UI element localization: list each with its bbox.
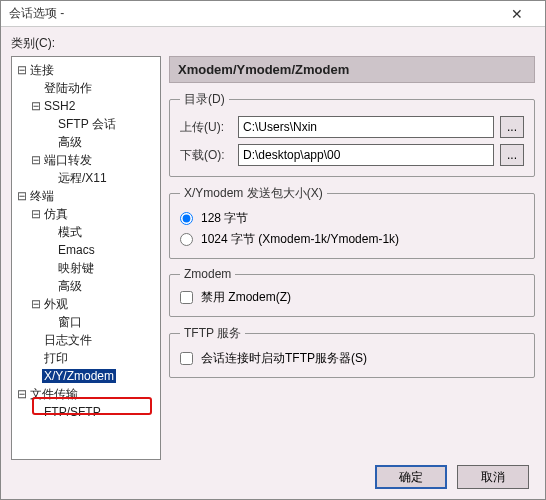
download-label: 下载(O):: [180, 147, 232, 164]
download-path-input[interactable]: [238, 144, 494, 166]
tree-item-filetransfer[interactable]: 文件传输: [28, 387, 80, 401]
tree-item-portfwd[interactable]: 端口转发: [42, 153, 94, 167]
checkbox-tftp-startup[interactable]: 会话连接时启动TFTP服务器(S): [180, 350, 524, 367]
tree-item-terminal[interactable]: 终端: [28, 189, 56, 203]
expander-icon[interactable]: ⊟: [16, 385, 28, 403]
close-icon[interactable]: ✕: [497, 6, 537, 22]
expander-icon[interactable]: ⊟: [30, 295, 42, 313]
group-directory: 目录(D) 上传(U): ... 下载(O): ...: [169, 91, 535, 177]
radio-128[interactable]: 128 字节: [180, 210, 524, 227]
tree-item-ssh2[interactable]: SSH2: [42, 99, 77, 113]
tree-item-mapkey[interactable]: 映射键: [56, 261, 96, 275]
window-title: 会话选项 -: [9, 5, 497, 22]
tree-item-ssh-adv[interactable]: 高级: [56, 135, 84, 149]
tree-item-window[interactable]: 窗口: [56, 315, 84, 329]
category-tree[interactable]: ⊟连接 登陆动作 ⊟SSH2 SFTP 会话 高级 ⊟端口转发: [11, 56, 161, 460]
radio-1024[interactable]: 1024 字节 (Xmodem-1k/Ymodem-1k): [180, 231, 524, 248]
checkbox-tftp-startup-label: 会话连接时启动TFTP服务器(S): [201, 350, 367, 367]
page-title: Xmodem/Ymodem/Zmodem: [169, 56, 535, 83]
tree-item-login[interactable]: 登陆动作: [42, 81, 94, 95]
radio-128-label: 128 字节: [201, 210, 248, 227]
tree-item-appearance[interactable]: 外观: [42, 297, 70, 311]
group-directory-legend: 目录(D): [180, 91, 229, 108]
expander-icon[interactable]: ⊟: [30, 151, 42, 169]
tree-item-emacs[interactable]: Emacs: [56, 243, 97, 257]
expander-icon[interactable]: ⊟: [30, 205, 42, 223]
group-tftp: TFTP 服务 会话连接时启动TFTP服务器(S): [169, 325, 535, 378]
tree-item-emulation[interactable]: 仿真: [42, 207, 70, 221]
expander-icon[interactable]: ⊟: [16, 61, 28, 79]
expander-icon[interactable]: ⊟: [30, 97, 42, 115]
checkbox-disable-zmodem-label: 禁用 Zmodem(Z): [201, 289, 291, 306]
tree-item-logfile[interactable]: 日志文件: [42, 333, 94, 347]
category-label: 类别(C):: [11, 35, 535, 52]
group-zmodem: Zmodem 禁用 Zmodem(Z): [169, 267, 535, 317]
upload-path-input[interactable]: [238, 116, 494, 138]
tree-item-sftp[interactable]: SFTP 会话: [56, 117, 118, 131]
tree-item-remote[interactable]: 远程/X11: [56, 171, 109, 185]
tree-item-print[interactable]: 打印: [42, 351, 70, 365]
tree-item-xyzmodem[interactable]: X/Y/Zmodem: [42, 369, 116, 383]
checkbox-disable-zmodem-input[interactable]: [180, 291, 193, 304]
tree-item-mode[interactable]: 模式: [56, 225, 84, 239]
tree-item-ftp[interactable]: FTP/SFTP: [42, 405, 103, 419]
radio-1024-label: 1024 字节 (Xmodem-1k/Ymodem-1k): [201, 231, 399, 248]
checkbox-disable-zmodem[interactable]: 禁用 Zmodem(Z): [180, 289, 524, 306]
radio-1024-input[interactable]: [180, 233, 193, 246]
cancel-button[interactable]: 取消: [457, 465, 529, 489]
group-xymodem-legend: X/Ymodem 发送包大小(X): [180, 185, 327, 202]
upload-label: 上传(U):: [180, 119, 232, 136]
tree-item-connection[interactable]: 连接: [28, 63, 56, 77]
tree-item-term-adv[interactable]: 高级: [56, 279, 84, 293]
dialog-window: 会话选项 - ✕ 类别(C): ⊟连接 登陆动作 ⊟SSH2 SFTP 会话 高…: [0, 0, 546, 500]
group-zmodem-legend: Zmodem: [180, 267, 235, 281]
titlebar: 会话选项 - ✕: [1, 1, 545, 27]
group-tftp-legend: TFTP 服务: [180, 325, 245, 342]
checkbox-tftp-startup-input[interactable]: [180, 352, 193, 365]
radio-128-input[interactable]: [180, 212, 193, 225]
expander-icon[interactable]: ⊟: [16, 187, 28, 205]
group-xymodem: X/Ymodem 发送包大小(X) 128 字节 1024 字节 (Xmodem…: [169, 185, 535, 259]
ok-button[interactable]: 确定: [375, 465, 447, 489]
upload-browse-button[interactable]: ...: [500, 116, 524, 138]
download-browse-button[interactable]: ...: [500, 144, 524, 166]
